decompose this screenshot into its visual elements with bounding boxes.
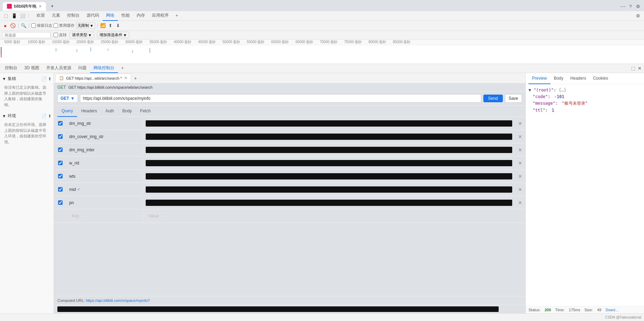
status-value: 200	[545, 308, 551, 312]
resp-tab-preview[interactable]: Preview	[529, 73, 550, 84]
url-input[interactable]	[80, 94, 481, 103]
subtab-fetch[interactable]: Fetch	[136, 106, 155, 117]
response-tabs: Preview Body Headers Cookies	[526, 73, 644, 84]
panel-tab-dev-resources[interactable]: 开发人员资源	[43, 64, 75, 73]
help-icon[interactable]: ?	[627, 3, 634, 9]
param-check-input-6[interactable]	[58, 187, 63, 192]
param-checkbox-5[interactable]	[54, 174, 66, 178]
search-network-icon[interactable]: 🔍	[21, 23, 27, 29]
tab-elements[interactable]: 元素	[48, 11, 64, 21]
preserve-log-checkbox[interactable]: 保留日志	[31, 23, 52, 28]
param-checkbox-7[interactable]	[54, 200, 66, 205]
panel-tab-console[interactable]: 控制台	[1, 64, 21, 73]
panel-close-icon[interactable]: ✕	[636, 65, 643, 72]
param-check-input-5[interactable]	[58, 174, 63, 178]
request-tab-add[interactable]: +	[131, 74, 140, 83]
subtab-body[interactable]: Body	[118, 106, 136, 117]
param-checkbox-2[interactable]	[54, 134, 66, 139]
devtools-settings-icon[interactable]: ⚙	[635, 13, 641, 19]
preserve-log-input[interactable]	[31, 23, 36, 28]
subtab-headers[interactable]: Headers	[77, 106, 101, 117]
param-redacted-3	[146, 147, 512, 153]
invert-checkbox[interactable]: 反转	[54, 32, 67, 38]
timeline-bar-2	[56, 48, 56, 51]
record-button[interactable]: ●	[2, 23, 8, 29]
browser-menu-icon[interactable]: ⋯	[620, 3, 626, 9]
tab-application[interactable]: 应用程序	[148, 11, 172, 21]
param-checkbox-3[interactable]	[54, 147, 66, 152]
json-root-expand-arrow[interactable]: ▼	[529, 88, 531, 93]
method-select[interactable]: GET ▼	[57, 94, 78, 103]
param-check-input-7[interactable]	[58, 200, 63, 205]
collections-section-header[interactable]: ▼ 集锦 📄 ⬆	[1, 74, 52, 83]
wifi-icon[interactable]: 📶	[100, 23, 106, 29]
param-check-input-2[interactable]	[58, 134, 63, 139]
download-link[interactable]: Downl...	[605, 308, 618, 312]
param-key-3: dm_img_inter	[66, 145, 143, 154]
tab-more[interactable]: +	[172, 11, 182, 21]
clear-button[interactable]: 🚫	[10, 23, 16, 29]
param-check-input-3[interactable]	[58, 147, 63, 152]
param-checkbox-6[interactable]	[54, 187, 66, 192]
disable-cache-input[interactable]	[54, 23, 58, 28]
panel-tab-3d[interactable]: 3D 视图	[21, 64, 43, 73]
collections-import-icon[interactable]: ⬆	[48, 77, 51, 81]
save-button[interactable]: Save	[505, 94, 522, 103]
panel-tab-network-console[interactable]: 网络控制台	[90, 64, 118, 73]
env-section-header[interactable]: ▼ 环境 📄 ⬆	[1, 112, 52, 120]
param-check-input-1[interactable]	[58, 121, 63, 126]
invert-input[interactable]	[54, 33, 58, 37]
param-check-input-4[interactable]	[58, 161, 63, 165]
tab-close-icon[interactable]: ✕	[39, 4, 42, 9]
json-code-key: "code":	[533, 94, 550, 99]
env-import-icon[interactable]: ⬆	[48, 114, 51, 119]
tab-console[interactable]: 控制台	[64, 11, 83, 21]
param-delete-2[interactable]: ✕	[515, 134, 525, 139]
add-filter-dropdown[interactable]: 增加筛选条件 ▼	[97, 32, 129, 38]
param-delete-4[interactable]: ✕	[515, 160, 525, 166]
param-delete-7[interactable]: ✕	[515, 200, 525, 206]
collections-new-icon[interactable]: 📄	[41, 77, 47, 81]
env-new-icon[interactable]: 📄	[41, 114, 47, 119]
param-checkbox-4[interactable]	[54, 161, 66, 165]
settings-icon[interactable]: ⚙	[635, 3, 641, 9]
export-icon[interactable]: ⬇	[115, 23, 121, 29]
param-delete-6[interactable]: ✕	[515, 187, 525, 192]
subtab-auth[interactable]: Auth	[101, 106, 118, 117]
tab-network[interactable]: 网络	[103, 11, 118, 21]
param-key-text-1: dm_img_str	[69, 121, 91, 126]
dock-icon[interactable]: ⬜	[19, 13, 26, 19]
request-url-display: GET https://api.bilibili.com/x/space/wbi…	[69, 85, 153, 89]
request-tab-active[interactable]: 📋 GET https://api...wbi/arc/search * ✕	[55, 74, 131, 83]
request-type-dropdown[interactable]: 请求类型 ▼	[70, 32, 94, 38]
send-button[interactable]: Send	[483, 95, 503, 102]
inspect-element-icon[interactable]: ⬚	[3, 13, 9, 19]
param-row-w-rid: w_rid ✕	[54, 157, 525, 170]
computed-url-link[interactable]: https://api.bilibili.com/x/space/myinfo?	[86, 298, 150, 303]
import-icon[interactable]: ⬆	[107, 23, 114, 29]
browser-tab-active[interactable]: bilibili跨年晚 ✕	[3, 2, 46, 11]
param-delete-5[interactable]: ✕	[515, 174, 525, 179]
param-delete-1[interactable]: ✕	[515, 121, 525, 126]
disable-cache-checkbox[interactable]: 禁用缓存	[54, 23, 74, 28]
panel-tab-add[interactable]: +	[118, 64, 127, 73]
tab-sources[interactable]: 源代码	[83, 11, 103, 21]
subtab-query[interactable]: Query	[57, 106, 77, 117]
tab-welcome[interactable]: 欢迎	[33, 11, 48, 21]
request-tab-icon: 📋	[59, 76, 64, 80]
resp-tab-headers[interactable]: Headers	[567, 73, 589, 84]
throttle-dropdown[interactable]: 无限制 ▼	[76, 22, 95, 29]
param-checkbox-1[interactable]	[54, 121, 66, 126]
request-tab-close[interactable]: ✕	[124, 76, 127, 80]
param-delete-3[interactable]: ✕	[515, 147, 525, 153]
resp-tab-body[interactable]: Body	[550, 73, 567, 84]
tab-memory[interactable]: 内存	[133, 11, 148, 21]
device-toolbar-icon[interactable]: 📱	[11, 13, 17, 19]
resp-tab-cookies[interactable]: Cookies	[589, 73, 611, 84]
filter-input[interactable]	[2, 32, 51, 38]
panel-tab-issues[interactable]: 问题	[75, 64, 90, 73]
new-tab-button[interactable]: +	[47, 1, 57, 11]
tab-performance[interactable]: 性能	[118, 11, 133, 21]
panel-dock-icon[interactable]: ⬚	[630, 65, 636, 72]
param-key-5: wts	[66, 172, 143, 181]
